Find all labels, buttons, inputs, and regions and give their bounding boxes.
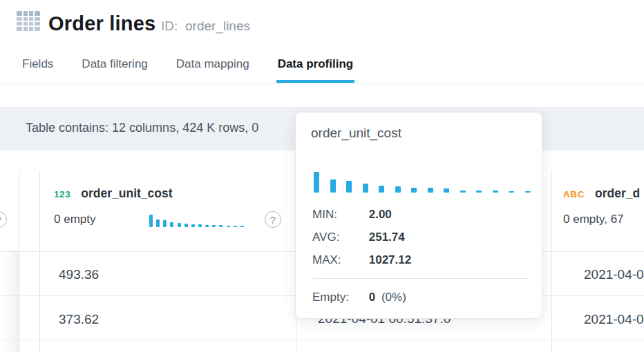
id-label: ID:: [161, 19, 178, 34]
help-icon[interactable]: ?: [265, 211, 281, 228]
stat-avg-label: AVG:: [312, 231, 366, 244]
histogram-bar: [240, 226, 244, 227]
histogram-bar: [149, 215, 153, 227]
tab-data-profiling[interactable]: Data profiling: [276, 57, 355, 83]
tab-data-mapping[interactable]: Data mapping: [175, 57, 251, 83]
histogram-bar: [184, 224, 188, 227]
histogram-bar: [191, 224, 195, 227]
stat-min: MIN: 2.00: [312, 208, 392, 222]
cell-order-date: 2021-04-01: [584, 267, 644, 282]
histogram-bar: [428, 188, 433, 193]
stat-empty-label: Empty:: [312, 291, 366, 304]
histogram-bar: [379, 186, 384, 193]
stat-max-value: 1027.12: [369, 253, 411, 266]
tab-fields[interactable]: Fields: [21, 57, 55, 83]
tab-data-filtering[interactable]: Data filtering: [80, 57, 149, 83]
page: Order lines ID: order_lines Fields Data …: [0, 0, 644, 352]
histogram-bar: [330, 179, 336, 193]
histogram-bar: [476, 190, 482, 193]
histogram-bar: [493, 190, 498, 193]
string-type-icon: ABC: [563, 189, 585, 199]
histogram-bar: [346, 181, 352, 193]
histogram-bar: [363, 184, 368, 193]
column-header-order-unit-cost[interactable]: 123order_unit_cost: [54, 186, 173, 201]
numeric-type-icon: 123: [54, 189, 70, 199]
cell-order-unit-cost: 493.36: [59, 267, 99, 282]
cell-order-date: 2021-04-01: [584, 312, 644, 327]
histogram-bar: [170, 222, 173, 227]
histogram-bar: [444, 188, 449, 193]
cell-order-unit-cost: 373.62: [59, 312, 99, 327]
column-profile-popup: order_unit_cost MIN: 2.00 AVG: 251.74 MA…: [295, 112, 542, 319]
column-header-order-date[interactable]: ABCorder_d: [563, 186, 640, 201]
histogram-bar: [411, 188, 417, 193]
stat-empty-value: 0: [369, 291, 375, 304]
histogram-bar: [227, 226, 230, 227]
column-divider: [551, 171, 552, 352]
column-name: order_unit_cost: [81, 186, 172, 200]
stat-empty: Empty: 0 (0%): [312, 291, 406, 304]
column-divider: [19, 171, 19, 352]
column-mini-histogram: [149, 213, 244, 227]
histogram-bar: [205, 225, 209, 227]
histogram-bar: [178, 223, 181, 227]
histogram-bar: [219, 225, 222, 227]
row-divider: [0, 340, 644, 340]
popup-column-name: order_unit_cost: [311, 126, 401, 141]
histogram-bar: [198, 224, 202, 227]
app-header: Order lines ID: order_lines Fields Data …: [0, 0, 644, 84]
histogram-bar: [156, 219, 160, 227]
stat-empty-percent: (0%): [381, 291, 406, 304]
help-icon[interactable]: ?: [0, 211, 7, 228]
column-empty-summary: 0 empty: [54, 213, 95, 226]
histogram-bar: [314, 172, 319, 193]
histogram-bar: [460, 190, 466, 193]
stat-avg: AVG: 251.74: [312, 231, 405, 244]
column-empty-summary: 0 empty, 67: [563, 213, 624, 226]
table-grid-icon: [17, 11, 40, 34]
histogram-bar: [212, 225, 216, 227]
stat-max-label: MAX:: [312, 253, 366, 267]
popup-histogram: [314, 170, 531, 193]
popup-divider: [312, 278, 528, 279]
histogram-bar: [395, 186, 401, 193]
stat-max: MAX: 1027.12: [312, 253, 411, 267]
stat-avg-value: 251.74: [369, 231, 405, 244]
column-name: order_d: [595, 186, 640, 200]
histogram-bar: [234, 226, 237, 227]
stat-min-label: MIN:: [312, 208, 366, 222]
page-title: Order lines: [48, 12, 155, 35]
histogram-bar: [509, 191, 514, 193]
table-summary-text: Table contains: 12 columns, 424 K rows, …: [26, 121, 258, 135]
left-scroll-shadow: [4, 251, 19, 352]
id-value: order_lines: [185, 19, 250, 34]
histogram-bar: [163, 220, 167, 227]
stat-min-value: 2.00: [369, 208, 392, 221]
histogram-bar: [525, 191, 531, 193]
tab-bar: Fields Data filtering Data mapping Data …: [21, 57, 354, 83]
column-divider: [39, 171, 40, 352]
